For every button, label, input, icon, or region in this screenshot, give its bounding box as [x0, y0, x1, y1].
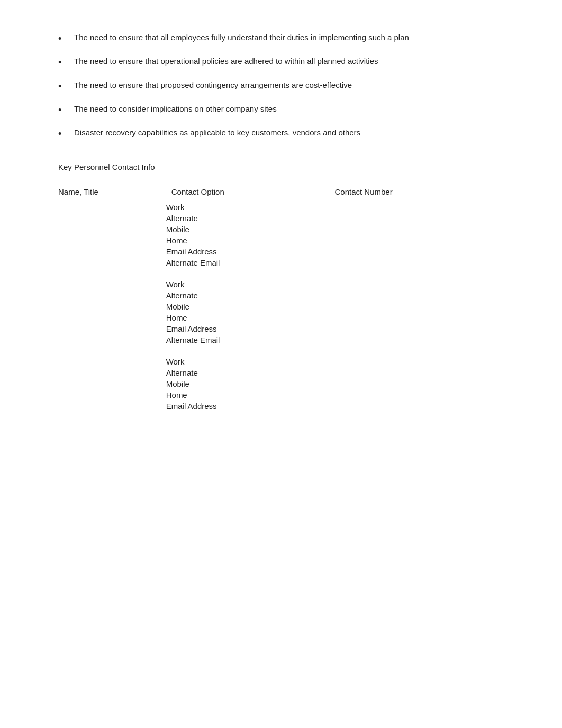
contact-name-cell: [58, 290, 166, 301]
contact-row: Work: [58, 356, 504, 367]
contact-option-cell: Mobile: [166, 301, 324, 312]
bullet-dot: •: [58, 32, 74, 46]
contact-option-cell: Alternate Email: [166, 334, 324, 345]
contact-name-cell: [58, 312, 166, 323]
contact-option-cell: Email Address: [166, 323, 324, 334]
contact-option-cell: Alternate Email: [166, 257, 324, 268]
contact-row: Alternate Email: [58, 257, 504, 268]
contact-row: Work: [58, 202, 504, 213]
contact-number-cell: [324, 356, 504, 367]
contact-name-cell: [58, 401, 166, 412]
section-heading: Key Personnel Contact Info: [58, 162, 504, 171]
contact-number-cell: [324, 323, 504, 334]
contact-name-cell: [58, 389, 166, 401]
bullet-item: • Disaster recovery capabilities as appl…: [58, 127, 504, 141]
contact-number-cell: [324, 401, 504, 412]
contact-name-cell: [58, 213, 166, 224]
contact-name-cell: [58, 356, 166, 367]
contact-option-cell: Alternate: [166, 213, 324, 224]
contact-option-cell: Home: [166, 312, 324, 323]
contact-option-cell: Mobile: [166, 378, 324, 389]
contact-number-cell: [324, 312, 504, 323]
contact-name-cell: [58, 202, 166, 213]
contact-row: Mobile: [58, 378, 504, 389]
contact-row: Email Address: [58, 323, 504, 334]
bullet-item: • The need to ensure that proposed conti…: [58, 79, 504, 94]
contact-option-cell: Work: [166, 202, 324, 213]
contact-row: Work: [58, 279, 504, 290]
contact-number-cell: [324, 246, 504, 257]
contact-option-cell: Home: [166, 389, 324, 401]
bullet-dot: •: [58, 79, 74, 94]
contact-number-cell: [324, 389, 504, 401]
contact-number-cell: [324, 202, 504, 213]
contact-name-cell: [58, 224, 166, 235]
contact-option-cell: Email Address: [166, 401, 324, 412]
contact-option-cell: Work: [166, 356, 324, 367]
contact-option-cell: Alternate: [166, 367, 324, 378]
contact-name-cell: [58, 235, 166, 246]
bullet-item: • The need to ensure that all employees …: [58, 32, 504, 46]
contact-number-cell: [324, 279, 504, 290]
bullet-list: • The need to ensure that all employees …: [58, 32, 504, 141]
contact-name-cell: [58, 323, 166, 334]
contact-number-cell: [324, 367, 504, 378]
contact-option-cell: Alternate: [166, 290, 324, 301]
contact-row: Mobile: [58, 301, 504, 312]
contact-table: Name, Title Contact Option Contact Numbe…: [58, 187, 504, 412]
header-contact-option: Contact Option: [166, 187, 324, 202]
contact-name-cell: [58, 279, 166, 290]
contact-name-cell: [58, 378, 166, 389]
bullet-text: The need to consider implications on oth…: [74, 103, 504, 115]
contact-number-cell: [324, 213, 504, 224]
contact-row: Home: [58, 389, 504, 401]
contact-option-cell: Home: [166, 235, 324, 246]
contact-row: Alternate: [58, 290, 504, 301]
contact-option-cell: Mobile: [166, 224, 324, 235]
contact-row: Mobile: [58, 224, 504, 235]
contact-name-cell: [58, 334, 166, 345]
bullet-dot: •: [58, 56, 74, 70]
contact-option-cell: Work: [166, 279, 324, 290]
bullet-text: Disaster recovery capabilities as applic…: [74, 127, 504, 139]
bullet-item: • The need to ensure that operational po…: [58, 56, 504, 70]
contact-row: Home: [58, 235, 504, 246]
contact-number-cell: [324, 334, 504, 345]
contact-name-cell: [58, 257, 166, 268]
contact-row: Alternate Email: [58, 334, 504, 345]
contact-option-cell: Email Address: [166, 246, 324, 257]
contact-number-cell: [324, 290, 504, 301]
contact-row: Home: [58, 312, 504, 323]
contact-number-cell: [324, 257, 504, 268]
contact-name-cell: [58, 246, 166, 257]
contact-group-spacer: [58, 345, 504, 356]
bullet-text: The need to ensure that operational poli…: [74, 56, 504, 68]
contact-name-cell: [58, 367, 166, 378]
header-contact-number: Contact Number: [324, 187, 504, 202]
contact-row: Email Address: [58, 401, 504, 412]
contact-row: Alternate: [58, 367, 504, 378]
bullet-text: The need to ensure that proposed conting…: [74, 79, 504, 92]
bullet-text: The need to ensure that all employees fu…: [74, 32, 504, 44]
contact-group-spacer: [58, 268, 504, 279]
contact-number-cell: [324, 378, 504, 389]
bullet-item: • The need to consider implications on o…: [58, 103, 504, 117]
contact-number-cell: [324, 301, 504, 312]
contact-row: Email Address: [58, 246, 504, 257]
contact-number-cell: [324, 235, 504, 246]
bullet-dot: •: [58, 103, 74, 117]
contact-row: Alternate: [58, 213, 504, 224]
header-name-title: Name, Title: [58, 187, 166, 202]
contact-number-cell: [324, 224, 504, 235]
bullet-dot: •: [58, 127, 74, 141]
contact-name-cell: [58, 301, 166, 312]
